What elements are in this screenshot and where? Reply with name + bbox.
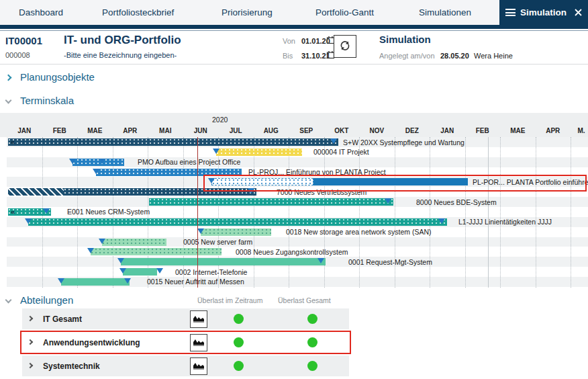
gantt-bar[interactable] xyxy=(201,228,271,236)
department-label: Systemtechnik xyxy=(43,362,100,371)
gantt-bar[interactable] xyxy=(64,188,256,196)
nav-item-priorisierung[interactable]: Priorisierung xyxy=(222,0,273,25)
gantt-bar-label: PMO Aufbau eines Project Office xyxy=(138,158,240,166)
milestone-marker[interactable] xyxy=(330,138,337,144)
menu-icon[interactable] xyxy=(505,9,516,18)
gantt-bar[interactable] xyxy=(123,268,157,276)
department-label: IT Gesamt xyxy=(43,314,82,324)
tab-simulation-label: Simulation xyxy=(520,0,567,25)
department-row[interactable]: IT Gesamt xyxy=(22,308,349,329)
chevron-down-icon[interactable] xyxy=(5,297,12,304)
portfolio-title: IT- und ORG-Portfolio xyxy=(64,34,181,47)
gantt-bar-label: 7000 Neues Vertriebssystem xyxy=(277,188,366,196)
histogram-button[interactable] xyxy=(190,357,207,375)
portfolio-id: IT00001 xyxy=(5,35,42,46)
milestone-marker[interactable] xyxy=(248,188,254,194)
gantt-bar[interactable] xyxy=(8,188,64,196)
gantt-bar[interactable] xyxy=(28,218,447,226)
milestone-marker[interactable] xyxy=(124,278,131,284)
section-terminskala-label: Terminskala xyxy=(20,95,74,106)
gantt-month-label: AUG xyxy=(264,127,279,134)
milestone-marker[interactable] xyxy=(197,228,204,234)
portfolio-header: IT00001 000008 IT- und ORG-Portfolio -Bi… xyxy=(0,31,588,64)
gantt-month-label: APR xyxy=(546,127,560,134)
status-gesamt-indicator xyxy=(307,361,317,371)
portfolio-subtitle[interactable]: -Bitte eine Bezeichnung eingeben- xyxy=(64,51,177,59)
gantt-month-label: MAI xyxy=(159,127,171,134)
top-navigation: DashboardPortfoliosteckbriefPriorisierun… xyxy=(0,0,588,25)
gantt-bar[interactable] xyxy=(61,278,130,286)
gantt-bar[interactable] xyxy=(149,198,393,206)
milestone-marker[interactable] xyxy=(25,218,32,224)
section-planungsobjekte-label: Planungsobjekte xyxy=(20,71,95,83)
milestone-marker[interactable] xyxy=(385,198,391,204)
milestone-marker[interactable] xyxy=(119,268,126,273)
chevron-right-icon[interactable] xyxy=(5,75,12,81)
status-zeitraum-indicator xyxy=(234,337,244,347)
milestone-marker[interactable] xyxy=(438,218,445,224)
department-label: Anwendungsentwicklung xyxy=(43,338,140,347)
gantt-month-label: MAE xyxy=(87,127,102,134)
histogram-button[interactable] xyxy=(190,310,207,328)
gantt-bar[interactable] xyxy=(91,248,222,255)
area-chart-icon xyxy=(193,337,205,347)
gantt-bar[interactable] xyxy=(216,149,302,156)
portfolio-code: 000008 xyxy=(5,51,30,59)
close-icon[interactable] xyxy=(575,9,582,16)
status-zeitraum-indicator xyxy=(234,361,244,371)
gantt-row-stripe xyxy=(7,237,588,247)
column-header-ueberlast-zeitraum: Überlast im Zeitraum xyxy=(197,296,262,304)
gantt-bar-label: 0018 New storage area network system (SA… xyxy=(286,228,432,236)
gantt-month-label: MAE xyxy=(510,127,525,134)
continues-left-icon: « xyxy=(11,138,15,146)
tab-simulation[interactable]: Simulation xyxy=(499,0,588,25)
milestone-marker[interactable] xyxy=(87,248,94,253)
gantt-bar[interactable] xyxy=(121,258,326,265)
gantt-bar-label: 0015 Neuer Auftritt auf Messen xyxy=(147,278,244,286)
milestone-marker[interactable] xyxy=(99,239,105,244)
refresh-button[interactable] xyxy=(334,35,356,58)
milestone-marker[interactable] xyxy=(117,258,124,263)
status-gesamt-indicator xyxy=(307,337,317,347)
chevron-right-icon[interactable] xyxy=(28,339,33,345)
milestone-marker[interactable] xyxy=(156,268,163,273)
nav-item-portfoliosteckbrief[interactable]: Portfoliosteckbrief xyxy=(102,0,174,25)
milestone-marker[interactable] xyxy=(43,208,50,214)
milestone-marker[interactable] xyxy=(99,159,105,164)
milestone-marker[interactable] xyxy=(213,149,219,154)
section-planungsobjekte[interactable]: Planungsobjekte xyxy=(0,70,588,86)
milestone-marker[interactable] xyxy=(58,278,64,284)
gantt-bar-label: 0005 New server farm xyxy=(183,238,252,246)
area-chart-icon xyxy=(193,313,205,323)
nav-item-dashboard[interactable]: Dashboard xyxy=(19,0,63,25)
gantt-bar[interactable] xyxy=(96,169,242,176)
created-date: 28.05.20 xyxy=(440,52,469,60)
gantt-bar[interactable] xyxy=(102,239,166,246)
milestone-marker[interactable] xyxy=(317,258,324,263)
department-row[interactable]: Systemtechnik xyxy=(22,355,349,376)
gantt-year-label: 2020 xyxy=(212,116,228,124)
nav-item-simulationen[interactable]: Simulationen xyxy=(419,0,471,25)
nav-item-portfolio-gantt[interactable]: Portfolio-Gantt xyxy=(315,0,374,25)
gantt-month-label: JAN xyxy=(17,127,31,134)
bis-label: Bis xyxy=(283,52,293,60)
chevron-right-icon[interactable] xyxy=(28,363,33,368)
gantt-month-label: JUN xyxy=(194,127,207,134)
column-header-ueberlast-gesamt: Überlast Gesamt xyxy=(278,296,331,304)
gantt-month-label: OKT xyxy=(334,127,348,134)
department-row[interactable]: Anwendungsentwicklung xyxy=(22,332,349,353)
gantt-bar[interactable] xyxy=(211,178,313,185)
milestone-marker[interactable] xyxy=(93,169,99,174)
milestone-marker[interactable] xyxy=(208,178,215,183)
gantt-divider-line xyxy=(488,137,489,288)
milestone-marker[interactable] xyxy=(69,159,76,164)
continues-left-icon: « xyxy=(11,208,15,216)
gantt-bar-label: PL-POR... PLANTA Portfolio einführen xyxy=(473,178,588,186)
section-terminskala[interactable]: Terminskala xyxy=(0,93,588,110)
gantt-bar[interactable] xyxy=(8,138,338,146)
chevron-down-icon[interactable] xyxy=(5,97,12,104)
histogram-button[interactable] xyxy=(190,334,207,351)
chevron-right-icon[interactable] xyxy=(28,316,33,321)
today-line xyxy=(197,137,198,288)
gantt-bar[interactable] xyxy=(313,178,468,185)
